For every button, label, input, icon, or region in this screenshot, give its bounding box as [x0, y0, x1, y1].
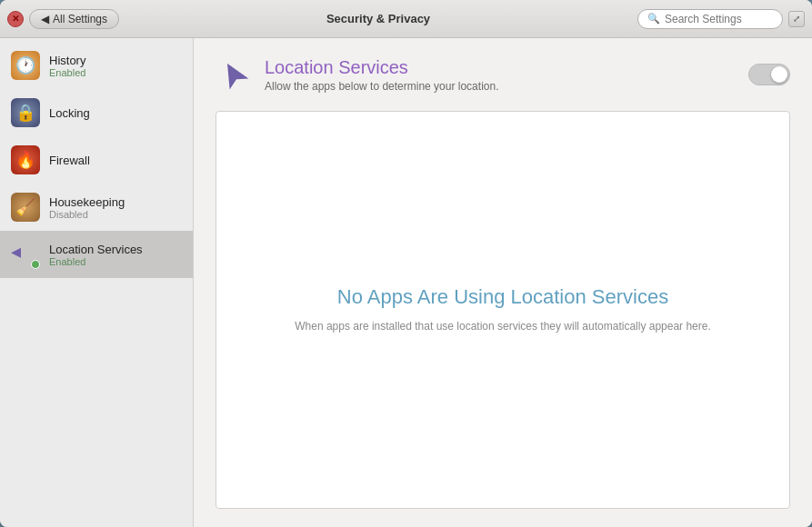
- sidebar-item-housekeeping[interactable]: 🧹 Housekeeping Disabled: [0, 184, 193, 231]
- back-label: All Settings: [53, 13, 107, 25]
- section-text: Location Services Allow the apps below t…: [265, 57, 498, 93]
- locking-text: Locking: [49, 106, 90, 120]
- location-toggle[interactable]: [748, 64, 790, 85]
- location-arrow-svg: [217, 58, 250, 91]
- content-area: 🕐 History Enabled 🔒 Locking 🔥 Firewall: [0, 38, 812, 527]
- no-apps-title: No Apps Are Using Location Services: [337, 285, 668, 309]
- history-text: History Enabled: [49, 54, 85, 78]
- search-box[interactable]: 🔍: [637, 9, 783, 29]
- titlebar: ✕ ◀ All Settings Security & Privacy 🔍 ⤢: [0, 0, 812, 38]
- sidebar-item-history[interactable]: 🕐 History Enabled: [0, 42, 193, 89]
- housekeeping-sublabel: Disabled: [49, 209, 125, 220]
- history-icon: 🕐: [11, 51, 40, 80]
- locking-icon: 🔒: [11, 98, 40, 127]
- section-title-area: Location Services Allow the apps below t…: [216, 56, 498, 93]
- section-desc: Allow the apps below to determine your l…: [265, 80, 498, 93]
- housekeeping-label: Housekeeping: [49, 195, 125, 209]
- search-icon: 🔍: [647, 13, 660, 25]
- locking-label: Locking: [49, 106, 90, 120]
- sidebar-item-firewall[interactable]: 🔥 Firewall: [0, 136, 193, 184]
- back-chevron-icon: ◀: [41, 13, 49, 25]
- section-title: Location Services: [265, 57, 498, 78]
- housekeeping-icon: 🧹: [11, 193, 40, 222]
- sidebar-item-locking[interactable]: 🔒 Locking: [0, 89, 193, 136]
- location-services-icon: ◂: [11, 240, 40, 269]
- section-header: Location Services Allow the apps below t…: [216, 56, 790, 93]
- maximize-icon: ⤢: [793, 14, 800, 24]
- firewall-icon: 🔥: [11, 145, 40, 174]
- enabled-dot: [31, 260, 40, 269]
- search-input[interactable]: [665, 13, 774, 25]
- main-panel: Location Services Allow the apps below t…: [194, 38, 812, 527]
- location-services-text: Location Services Enabled: [49, 243, 143, 267]
- main-window: ✕ ◀ All Settings Security & Privacy 🔍 ⤢ …: [0, 0, 812, 527]
- history-sublabel: Enabled: [49, 67, 85, 78]
- housekeeping-text: Housekeeping Disabled: [49, 195, 125, 220]
- svg-marker-0: [218, 58, 249, 89]
- window-title: Security & Privacy: [119, 12, 637, 25]
- maximize-button[interactable]: ⤢: [788, 11, 805, 27]
- firewall-text: Firewall: [49, 154, 90, 167]
- firewall-label: Firewall: [49, 154, 90, 167]
- toggle-thumb: [771, 66, 787, 83]
- location-icon-large: [216, 56, 252, 93]
- close-button[interactable]: ✕: [7, 11, 24, 27]
- apps-panel: No Apps Are Using Location Services When…: [216, 111, 790, 509]
- location-arrow-icon: ◂: [11, 240, 21, 263]
- sidebar: 🕐 History Enabled 🔒 Locking 🔥 Firewall: [0, 38, 194, 527]
- history-label: History: [49, 54, 85, 67]
- location-services-label: Location Services: [49, 243, 143, 256]
- location-services-sublabel: Enabled: [49, 256, 143, 267]
- no-apps-desc: When apps are installed that use locatio…: [295, 318, 711, 334]
- toggle-track: [748, 64, 790, 85]
- sidebar-item-location-services[interactable]: ◂ Location Services Enabled: [0, 231, 193, 278]
- back-button[interactable]: ◀ All Settings: [29, 9, 119, 29]
